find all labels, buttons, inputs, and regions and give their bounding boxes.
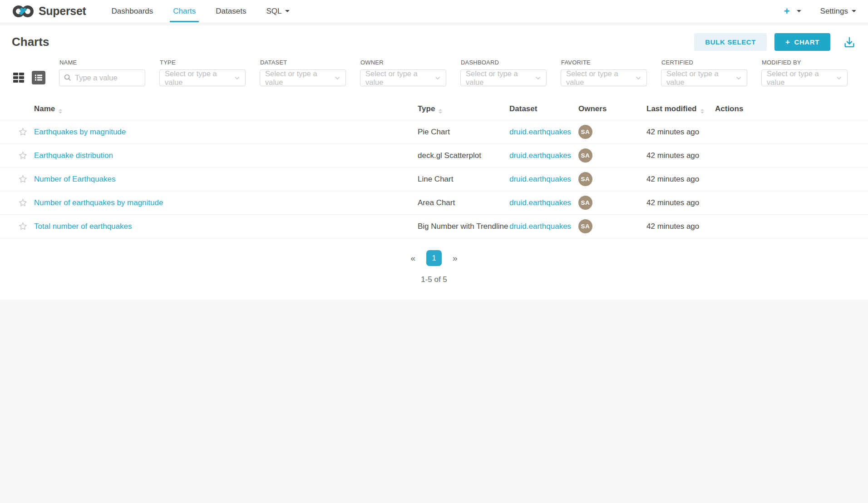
- select-placeholder: Select or type a value: [265, 69, 334, 87]
- star-icon: [18, 222, 28, 231]
- charts-table: Name Type Dataset Owners Last modified A…: [0, 98, 868, 300]
- filter-name: NAME: [59, 59, 145, 86]
- actions-cell: [715, 168, 868, 191]
- owner-avatar[interactable]: SA: [578, 219, 592, 233]
- chevron-down-icon: [434, 74, 441, 81]
- filter-label: DATASET: [260, 59, 346, 66]
- dataset-link[interactable]: druid.earthquakes: [509, 128, 571, 136]
- favorite-filter-select[interactable]: Select or type a value: [561, 69, 647, 86]
- header-divider: [0, 22, 868, 25]
- column-header-last-modified[interactable]: Last modified: [646, 98, 715, 120]
- main-nav: Dashboards Charts Datasets SQL: [102, 0, 300, 22]
- table-row: Earthquakes by magnitude Pie Chart druid…: [0, 120, 868, 144]
- card-view-toggle[interactable]: [12, 71, 25, 84]
- filter-label: MODIFIED BY: [762, 59, 848, 66]
- import-charts-button[interactable]: [843, 35, 856, 49]
- star-icon: [18, 174, 28, 184]
- superset-logo[interactable]: Superset: [12, 0, 86, 22]
- settings-label: Settings: [820, 7, 848, 16]
- chevron-down-icon: [285, 10, 290, 12]
- select-placeholder: Select or type a value: [466, 69, 535, 87]
- add-chart-button[interactable]: + CHART: [774, 33, 830, 51]
- select-placeholder: Select or type a value: [165, 69, 234, 87]
- settings-menu[interactable]: Settings: [820, 7, 856, 16]
- filter-modified-by: MODIFIED BY Select or type a value: [761, 59, 848, 86]
- table-header-row: Name Type Dataset Owners Last modified A…: [0, 98, 868, 120]
- sort-icon: [439, 109, 442, 113]
- favorite-star-button[interactable]: [18, 151, 28, 160]
- actions-cell: [715, 191, 868, 215]
- chart-name-link[interactable]: Earthquakes by magnitude: [34, 128, 126, 136]
- column-header-owners: Owners: [578, 98, 646, 120]
- pagination-summary: 1-5 of 5: [0, 275, 868, 284]
- filter-owner: OWNER Select or type a value: [360, 59, 446, 86]
- infinity-logo-icon: [12, 5, 35, 18]
- column-header-name[interactable]: Name: [34, 98, 418, 120]
- favorite-star-button[interactable]: [18, 174, 28, 184]
- favorite-star-button[interactable]: [18, 198, 28, 207]
- chevron-down-icon: [836, 74, 842, 81]
- brand-name: Superset: [39, 5, 86, 18]
- owner-avatar[interactable]: SA: [578, 196, 592, 210]
- filter-certified: CERTIFIED Select or type a value: [661, 59, 747, 86]
- actions-cell: [715, 215, 868, 238]
- name-filter-input[interactable]: [59, 69, 145, 86]
- favorite-star-button[interactable]: [18, 222, 28, 231]
- modified-by-filter-select[interactable]: Select or type a value: [761, 69, 848, 86]
- column-header-type[interactable]: Type: [418, 98, 509, 120]
- new-item-menu[interactable]: +: [784, 6, 801, 16]
- select-placeholder: Select or type a value: [566, 69, 635, 87]
- pagination-next-button[interactable]: »: [448, 252, 462, 265]
- pagination-prev-button[interactable]: «: [406, 252, 420, 265]
- bulk-select-button[interactable]: BULK SELECT: [694, 33, 767, 51]
- owner-avatar[interactable]: SA: [578, 125, 592, 139]
- nav-item-datasets[interactable]: Datasets: [206, 0, 256, 22]
- pagination-page-1[interactable]: 1: [426, 250, 442, 266]
- chart-name-link[interactable]: Number of Earthquakes: [34, 175, 116, 183]
- dataset-filter-select[interactable]: Select or type a value: [260, 69, 346, 86]
- chevron-down-icon: [334, 74, 340, 81]
- filter-dataset: DATASET Select or type a value: [260, 59, 346, 86]
- chart-name-link[interactable]: Total number of earthquakes: [34, 222, 132, 231]
- certified-filter-select[interactable]: Select or type a value: [661, 69, 747, 86]
- nav-item-charts[interactable]: Charts: [163, 0, 206, 22]
- type-filter-select[interactable]: Select or type a value: [159, 69, 246, 86]
- dataset-link[interactable]: druid.earthquakes: [509, 198, 571, 207]
- chart-name-link[interactable]: Number of earthquakes by magnitude: [34, 198, 163, 207]
- chevron-down-icon: [852, 10, 856, 12]
- chart-name-link[interactable]: Earthquake distribution: [34, 151, 113, 160]
- chart-type-cell: deck.gl Scatterplot: [418, 144, 509, 168]
- dataset-link[interactable]: druid.earthquakes: [509, 151, 571, 160]
- pagination: « 1 » 1-5 of 5: [0, 238, 868, 300]
- sort-icon: [59, 109, 62, 113]
- nav-item-sql[interactable]: SQL: [256, 0, 300, 22]
- filter-favorite: FAVORITE Select or type a value: [561, 59, 647, 86]
- dashboard-filter-select[interactable]: Select or type a value: [460, 69, 547, 86]
- favorite-star-button[interactable]: [18, 127, 28, 137]
- dataset-link[interactable]: druid.earthquakes: [509, 222, 571, 231]
- chevron-down-icon: [635, 74, 641, 81]
- dataset-link[interactable]: druid.earthquakes: [509, 175, 571, 183]
- filter-label: FAVORITE: [561, 59, 647, 66]
- last-modified-cell: 42 minutes ago: [646, 168, 715, 191]
- search-icon: [64, 74, 72, 82]
- last-modified-cell: 42 minutes ago: [646, 191, 715, 215]
- filter-label: TYPE: [160, 59, 246, 66]
- nav-item-dashboards[interactable]: Dashboards: [102, 0, 163, 22]
- select-placeholder: Select or type a value: [365, 69, 434, 87]
- page-actions: BULK SELECT + CHART: [694, 33, 856, 51]
- star-icon: [18, 151, 28, 160]
- owner-filter-select[interactable]: Select or type a value: [360, 69, 446, 86]
- filter-type: TYPE Select or type a value: [159, 59, 246, 86]
- owner-avatar[interactable]: SA: [578, 172, 592, 186]
- owner-avatar[interactable]: SA: [578, 148, 592, 163]
- chart-type-cell: Pie Chart: [418, 120, 509, 144]
- list-view-toggle[interactable]: [32, 71, 45, 84]
- last-modified-cell: 42 minutes ago: [646, 215, 715, 238]
- star-icon: [18, 127, 28, 137]
- chevron-down-icon: [797, 10, 801, 12]
- page-header: Charts BULK SELECT + CHART: [0, 25, 868, 54]
- chevron-down-icon: [234, 74, 240, 81]
- chart-type-cell: Big Number with Trendline: [418, 215, 509, 238]
- plus-icon: +: [785, 38, 790, 46]
